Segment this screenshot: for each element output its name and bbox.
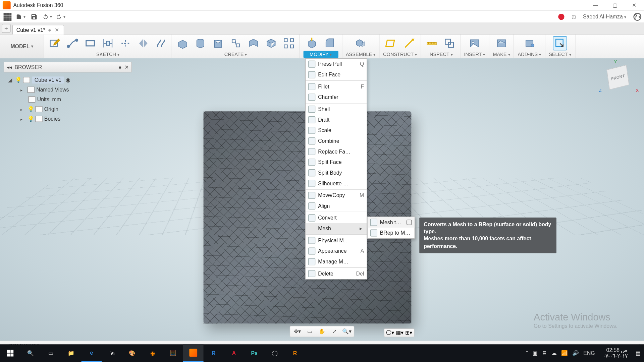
browser-root-node[interactable]: ◢ 💡 Cube v1 v1 ◉ [4, 75, 132, 85]
browser-node-namedviews[interactable]: Named Views [4, 85, 132, 95]
photoshop-button[interactable]: Ps [244, 344, 265, 362]
menu-item-chamfer[interactable]: Chamfer [306, 92, 367, 103]
3dprint-icon[interactable] [494, 36, 508, 50]
visibility-icon[interactable]: 💡 [28, 116, 34, 122]
file-menu-button[interactable] [16, 12, 25, 21]
menu-item-splitface[interactable]: Split Face [306, 157, 367, 168]
paint-button[interactable]: 🎨 [122, 344, 143, 362]
new-document-button[interactable]: + [2, 24, 10, 33]
grid-settings-icon[interactable]: ▦▾ [396, 330, 403, 336]
close-tab-button[interactable]: ✕ [54, 27, 60, 33]
activate-icon[interactable]: ◉ [66, 77, 70, 83]
notifications-icon[interactable]: ▤ [636, 350, 641, 356]
expand-icon[interactable] [20, 86, 26, 93]
save-button[interactable] [29, 12, 39, 21]
menu-item-combine[interactable]: Combine [306, 136, 367, 146]
search-button[interactable]: 🔍 [20, 344, 41, 362]
help-menu[interactable]: ? [633, 13, 641, 21]
ribbon-group-label[interactable]: CONSTRUCT [383, 52, 417, 58]
workspace-switcher[interactable]: MODEL [0, 35, 44, 58]
constraint-icon[interactable] [154, 36, 168, 50]
fusion-taskbar-button[interactable] [183, 344, 204, 362]
hole-icon[interactable] [211, 36, 225, 50]
menu-item-appearance[interactable]: AppearanceA [306, 246, 367, 256]
pattern-icon[interactable] [282, 36, 296, 50]
document-tab[interactable]: Cube v1 v1* ● ✕ [12, 25, 64, 35]
data-panel-button[interactable] [3, 12, 12, 21]
menu-item-fillet[interactable]: FilletF [306, 81, 367, 92]
expand-icon[interactable]: ◢ [8, 77, 13, 83]
menu-item-delete[interactable]: DeleteDel [306, 268, 367, 279]
menu-item-shell[interactable]: Shell [306, 104, 367, 115]
tray-wifi-icon[interactable]: 📶 [561, 350, 568, 356]
rib-icon[interactable] [247, 36, 261, 50]
window-close-button[interactable]: ✕ [625, 0, 644, 10]
interference-icon[interactable] [442, 36, 457, 50]
ribbon-group-label[interactable]: SKETCH [96, 52, 119, 58]
tray-cloud-icon[interactable]: ☁ [551, 350, 557, 356]
menu-item-draft[interactable]: Draft [306, 115, 367, 125]
store-button[interactable]: 🛍 [102, 344, 122, 362]
menu-item-scale[interactable]: Scale [306, 125, 367, 136]
loft-icon[interactable] [229, 36, 243, 50]
pan-icon[interactable]: ✋ [317, 327, 327, 336]
browser-header[interactable]: ◂◂ BROWSER ● ✕ [4, 62, 132, 73]
ribbon-group-label[interactable]: CREATE [224, 52, 247, 58]
ribbon-group-label[interactable]: SELECT [549, 52, 571, 58]
ribbon-group-label[interactable]: INSERT [464, 52, 485, 58]
mirror-icon[interactable] [136, 36, 150, 50]
create-sketch-icon[interactable] [48, 36, 62, 50]
ribbon-group-label[interactable]: INSPECT [428, 52, 453, 58]
select-icon[interactable] [553, 36, 567, 50]
tray-language[interactable]: ENG [583, 350, 595, 356]
window-minimize-button[interactable]: — [586, 0, 605, 10]
rectangle-icon[interactable] [83, 36, 97, 50]
job-status-icon[interactable]: ◴ [572, 13, 576, 19]
menu-item-splitbody[interactable]: Split Body [306, 168, 367, 178]
menu-item-mesh[interactable]: Mesh▸ [306, 223, 367, 234]
visibility-icon[interactable]: 💡 [15, 77, 21, 83]
window-maximize-button[interactable]: ▢ [605, 0, 625, 10]
revit-button[interactable]: R [204, 344, 224, 362]
ribbon-group-label[interactable]: MAKE [493, 52, 510, 58]
menu-item-brep-to-mesh[interactable]: BRep to Mesh [368, 228, 415, 238]
viewport-layout-icon[interactable]: ⊞▾ [405, 330, 412, 336]
menu-item-editface[interactable]: Edit Face [306, 69, 367, 80]
menu-item-manage[interactable]: Manage Materials [306, 256, 367, 267]
menu-item-silhouette[interactable]: Silhouette Split [306, 178, 367, 189]
visibility-icon[interactable]: 💡 [28, 106, 34, 112]
menu-item-move[interactable]: Move/CopyM [306, 190, 367, 201]
viewport[interactable]: ◂◂ BROWSER ● ✕ ◢ 💡 Cube v1 v1 ◉ Named Vi… [0, 58, 644, 341]
ribbon-group-label[interactable]: MODIFY [304, 51, 338, 58]
menu-item-physical[interactable]: Physical Material [306, 235, 367, 246]
browser-node-origin[interactable]: 💡 Origin [4, 104, 132, 114]
menu-item-align[interactable]: Align [306, 201, 367, 212]
fillet-icon[interactable] [323, 36, 337, 50]
steam-button[interactable]: ◯ [265, 344, 285, 362]
record-icon[interactable] [558, 13, 564, 19]
measure-icon[interactable] [425, 36, 439, 50]
fit-icon[interactable]: 🔍▾ [341, 327, 352, 336]
viewcube[interactable]: Y FRONT X Z [601, 61, 637, 97]
box-icon[interactable] [264, 36, 278, 50]
plane-icon[interactable] [384, 36, 398, 50]
app-r-button[interactable]: R [285, 344, 305, 362]
display-settings-icon[interactable]: 🖵▾ [386, 330, 394, 336]
browser-close-icon[interactable]: ✕ [124, 64, 129, 70]
taskview-button[interactable]: ▭ [41, 344, 61, 362]
tray-monitor-icon[interactable]: 🖥 [542, 350, 547, 356]
menu-item-convert[interactable]: Convert [306, 213, 367, 223]
tray-onedrive-icon[interactable]: ▣ [533, 350, 538, 356]
expand-icon[interactable] [20, 106, 26, 112]
assemble-icon[interactable] [354, 36, 368, 50]
tray-volume-icon[interactable]: 🔊 [572, 350, 579, 356]
dimension-icon[interactable] [101, 36, 115, 50]
undo-button[interactable] [43, 12, 52, 21]
menu-item-mesh-to-brep[interactable]: Mesh to BRep [368, 217, 415, 228]
trim-icon[interactable] [118, 36, 132, 50]
start-button[interactable] [0, 344, 20, 362]
autocad-button[interactable]: A [224, 344, 244, 362]
zoom-icon[interactable]: ⤢ [329, 327, 340, 336]
browser-node-units[interactable]: Units: mm [4, 95, 132, 104]
expand-icon[interactable] [20, 116, 26, 122]
